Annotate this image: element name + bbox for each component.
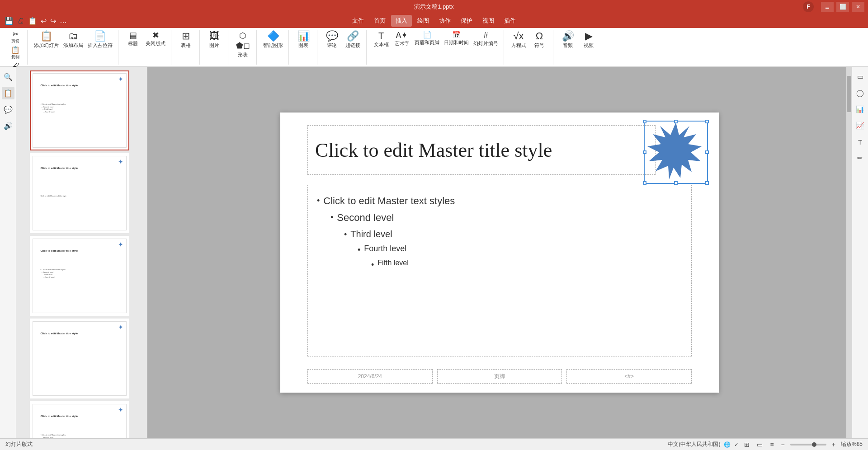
arttext-btn[interactable]: A✦ 艺术字 (392, 30, 412, 48)
right-icon-format[interactable]: ▭ (854, 70, 867, 83)
handle-tc[interactable] (674, 120, 678, 123)
textbox-btn[interactable]: T 文本框 (371, 30, 391, 49)
maximize-button[interactable]: ⬜ (836, 2, 849, 12)
handle-tr[interactable] (705, 120, 709, 123)
menu-item-draw[interactable]: 绘图 (413, 15, 434, 27)
slide-thumb-2[interactable]: ✦ Click to edit Master title style Click… (30, 153, 129, 233)
ribbon-group-comment: 💬 评论 🔗 超链接 (318, 30, 367, 65)
slide-thumb-3[interactable]: ✦ Click to edit Master title style • Cli… (30, 236, 129, 316)
slide-title-box[interactable]: Click to edit Master title style (307, 125, 656, 175)
handle-br[interactable] (705, 181, 709, 185)
chart-btn[interactable]: 📊 图表 (293, 30, 313, 50)
slide-thumb-5[interactable]: ✦ Click to edit Master title style • Cli… (30, 401, 129, 438)
right-icon-chart[interactable]: 📊 (854, 103, 867, 116)
close-layout-btn[interactable]: ✖ 关闭版式 (144, 30, 167, 48)
ribbon-group-media: 🔊 音频 ▶ 视频 (554, 30, 602, 65)
slide-content-box[interactable]: • Click to edit Master text styles • Sec… (307, 185, 692, 356)
menu-item-protect[interactable]: 保护 (456, 15, 477, 27)
bullet-level4: • Fourth level (317, 242, 682, 257)
audio-btn[interactable]: 🔊 音频 (558, 30, 578, 50)
comment-btn[interactable]: 💬 评论 (322, 30, 342, 50)
view-outline-btn[interactable]: ≡ (768, 440, 775, 449)
canvas-vscroll[interactable] (846, 67, 852, 438)
equation-btn[interactable]: √x 方程式 (509, 30, 528, 50)
shapes-btn[interactable]: ⬡⬟◻ 形状 (233, 30, 253, 60)
globe-icon[interactable]: 🌐 (724, 441, 731, 448)
save-quick-btn[interactable]: 💾 (4, 16, 14, 26)
datetime-btn[interactable]: 📅 日期和时间 (442, 30, 471, 47)
insert-placeholder-btn[interactable]: 📄 插入占位符 (86, 30, 114, 50)
right-icon-edit[interactable]: ✏ (854, 152, 867, 164)
thumb-star-4: ✦ (118, 323, 123, 331)
slide-thumb-2-wrapper: 2 ✦ Click to edit Master title style Cli… (20, 153, 143, 233)
footer-right: <#> (566, 369, 692, 384)
print-quick-btn[interactable]: 🖨 (16, 16, 25, 26)
header-footer-btn[interactable]: 📄 页眉和页脚 (413, 30, 441, 47)
add-layout-btn[interactable]: 🗂 添加布局 (61, 30, 85, 50)
comments-icon-btn[interactable]: 💬 (2, 103, 14, 116)
bullet-level3: • Third level (317, 226, 682, 242)
slide-thumb-4-wrapper: 4 ✦ Click to edit Master title style (20, 319, 143, 398)
menu-item-insert[interactable]: 插入 (391, 15, 412, 27)
zoom-in-btn[interactable]: + (830, 440, 837, 449)
ribbon-group-equation: √x 方程式 Ω 符号 (505, 30, 553, 65)
spell-check-icon[interactable]: ✓ (734, 441, 739, 448)
slide-thumb-5-wrapper: 5 ✦ Click to edit Master title style • C… (20, 401, 143, 438)
slides-icon-btn[interactable]: 📋 (2, 87, 14, 99)
thumb-star-2: ✦ (118, 158, 123, 165)
audio-icon-btn[interactable]: 🔊 (2, 119, 14, 132)
undo-btn[interactable]: ↩ (40, 16, 47, 26)
menu-item-home[interactable]: 首页 (369, 15, 390, 27)
view-normal-btn[interactable]: ⊞ (742, 440, 751, 449)
slide-thumb-1[interactable]: ✦ Click to edit Master title style • Cli… (30, 70, 129, 150)
zoom-slider[interactable] (790, 444, 826, 445)
minimize-button[interactable]: 🗕 (821, 2, 834, 12)
ribbon-group-table: ⊞ 表格 (172, 30, 200, 65)
slide-panel: 1 ✦ Click to edit Master title style • C… (16, 67, 147, 438)
add-slide-btn[interactable]: 📋 添加幻灯片 (32, 30, 61, 50)
right-icon-bars[interactable]: 📈 (854, 119, 867, 132)
menu-item-plugin[interactable]: 插件 (500, 15, 520, 27)
zoom-thumb[interactable] (812, 442, 816, 447)
image-btn[interactable]: 🖼 图片 (204, 30, 224, 50)
handle-ml[interactable] (643, 150, 646, 154)
handle-bc[interactable] (674, 181, 678, 185)
thumb-body-3: • Click to edit Master text styles – Sec… (40, 268, 118, 278)
hyperlink-btn[interactable]: 🔗 超链接 (343, 30, 363, 50)
bullet-level2: • Second level (317, 209, 682, 226)
symbol-btn[interactable]: Ω 符号 (529, 30, 549, 50)
menu-item-collab[interactable]: 协作 (434, 15, 455, 27)
right-icon-shape[interactable]: ◯ (854, 87, 867, 99)
redo-btn[interactable]: ↪ (49, 16, 57, 26)
preview-quick-btn[interactable]: 📋 (27, 16, 38, 26)
close-button[interactable]: ✕ (852, 2, 864, 12)
left-icon-bar: 🔍 📋 💬 🔊 (0, 67, 16, 438)
search-icon-btn[interactable]: 🔍 (2, 70, 14, 83)
view-slide-btn[interactable]: ▭ (755, 440, 764, 449)
menu-item-view[interactable]: 视图 (478, 15, 499, 27)
handle-bl[interactable] (643, 181, 646, 185)
thumb-star-1: ✦ (118, 75, 123, 83)
thumb-star-3: ✦ (118, 241, 123, 248)
handle-tl[interactable] (643, 120, 646, 123)
title-bar: 演示文稿1.pptx F 🗕 ⬜ ✕ (0, 0, 868, 14)
copy-btn[interactable]: 📋 复制 (7, 46, 24, 61)
slide-thumb-4[interactable]: ✦ Click to edit Master title style (30, 319, 129, 398)
slide-number-btn[interactable]: # 幻灯片编号 (472, 30, 500, 48)
right-icon-text[interactable]: T (854, 136, 867, 148)
menu-item-file[interactable]: 文件 (348, 15, 368, 27)
handle-mr[interactable] (705, 150, 709, 154)
smartart-btn[interactable]: 🔷 智能图形 (261, 30, 285, 50)
ribbon-group-chart: 📊 图表 (290, 30, 317, 65)
ribbon: ✂ 剪切 📋 复制 🖌 格式 📋 添加幻灯片 🗂 (0, 28, 868, 67)
bullet-level5: • Fifth level (317, 257, 682, 272)
video-btn[interactable]: ▶ 视频 (579, 30, 599, 50)
selection-box (644, 121, 708, 184)
zoom-out-btn[interactable]: − (779, 440, 787, 449)
window-controls: 🗕 ⬜ ✕ (821, 2, 864, 12)
canvas-vscroll-thumb[interactable] (847, 76, 851, 112)
more-quick-btn[interactable]: … (59, 16, 68, 26)
table-btn[interactable]: ⊞ 表格 (176, 30, 196, 50)
page-btn[interactable]: ▤ 标题 (123, 30, 143, 48)
cut-btn[interactable]: ✂ 剪切 (7, 30, 24, 45)
